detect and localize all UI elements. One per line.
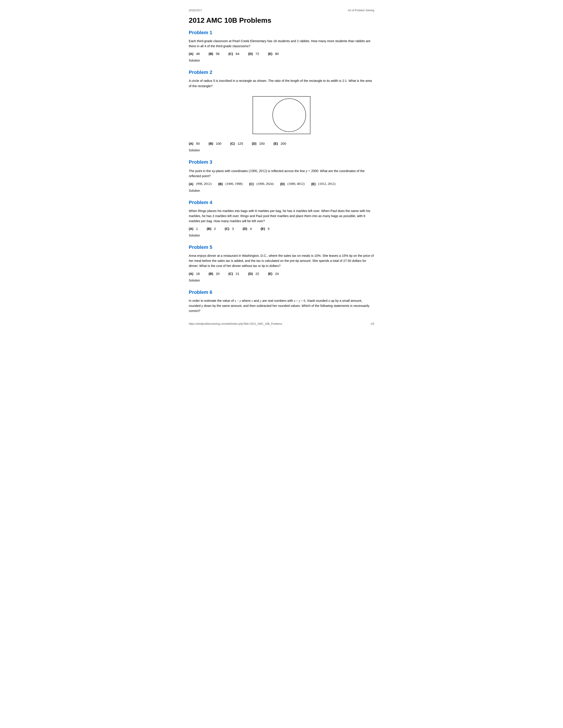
- choice-1c: (C) 64: [228, 52, 239, 56]
- choice-5a: (A) 18: [189, 272, 200, 276]
- choice-1b: (B) 56: [209, 52, 220, 56]
- page-header: 2018/10/17 Art of Problem Solving: [189, 9, 374, 12]
- problem-2-solution[interactable]: Solution: [189, 148, 200, 152]
- choice-2b: (B) 100: [209, 142, 221, 145]
- problem-2-heading: Problem 2: [189, 69, 374, 75]
- choice-1a: (A) 48: [189, 52, 200, 56]
- problem-5-solution[interactable]: Solution: [189, 279, 200, 282]
- choice-3e: (E) (1012, 2012): [311, 182, 336, 186]
- header-site: Art of Problem Solving: [348, 9, 374, 12]
- header-date: 2018/10/17: [189, 9, 202, 12]
- problem-3-solution[interactable]: Solution: [189, 189, 200, 192]
- problem-4-text: When Ringo places his marbles into bags …: [189, 208, 374, 224]
- choice-5d: (D) 22: [248, 272, 259, 276]
- problem-5-choices: (A) 18 (B) 20 (C) 21 (D) 22 (E) 24: [189, 272, 374, 276]
- choice-1e: (E) 80: [268, 52, 279, 56]
- problem-4-choices: (A) 1 (B) 2 (C) 3 (D) 4 (E) 5: [189, 227, 374, 231]
- page-footer: https://artofproblemsolving.com/wiki/ind…: [189, 322, 374, 325]
- problem-5-text: Anna enjoys dinner at a restaurant in Wa…: [189, 253, 374, 269]
- choice-4c: (C) 3: [225, 227, 234, 231]
- choice-1d: (D) 72: [248, 52, 259, 56]
- choice-3d: (D) (1000, 4012): [280, 182, 305, 186]
- svg-point-1: [273, 99, 306, 132]
- problem-4: Problem 4 When Ringo places his marbles …: [189, 200, 374, 238]
- choice-4b: (B) 2: [207, 227, 216, 231]
- choice-5e: (E) 24: [268, 272, 279, 276]
- problem-3-text: The point in the xy-plane with coordinat…: [189, 168, 374, 179]
- problem-3: Problem 3 The point in the xy-plane with…: [189, 159, 374, 193]
- choice-2c: (C) 125: [230, 142, 243, 145]
- problem-6: Problem 6 In order to estimate the value…: [189, 289, 374, 314]
- problem-2-choices: (A) 50 (B) 100 (C) 125 (D) 150 (E) 200: [189, 142, 374, 145]
- choice-3a: (A) (998, 2012): [189, 182, 211, 186]
- problem-4-heading: Problem 4: [189, 200, 374, 205]
- footer-page: 1/5: [371, 322, 374, 325]
- choice-4d: (D) 4: [242, 227, 252, 231]
- problem-4-solution[interactable]: Solution: [189, 234, 200, 237]
- problem-6-text: In order to estimate the value of x − y …: [189, 298, 374, 314]
- choice-3b: (B) (1000, 1988): [218, 182, 242, 186]
- problem-1-text: Each third-grade classroom at Pearl Cree…: [189, 39, 374, 49]
- problem-1-choices: (A) 48 (B) 56 (C) 64 (D) 72 (E) 80: [189, 52, 374, 56]
- problem-3-heading: Problem 3: [189, 159, 374, 165]
- choice-5b: (B) 20: [209, 272, 220, 276]
- problem-1-solution[interactable]: Solution: [189, 59, 200, 62]
- choice-2e: (E) 200: [273, 142, 286, 145]
- choice-5c: (C) 21: [228, 272, 239, 276]
- problem-1: Problem 1 Each third-grade classroom at …: [189, 30, 374, 62]
- problem-6-heading: Problem 6: [189, 289, 374, 295]
- problem-2-diagram: [189, 93, 374, 137]
- problem-5-heading: Problem 5: [189, 244, 374, 250]
- choice-3c: (C) (1000, 2024): [249, 182, 274, 186]
- choice-4e: (E) 5: [260, 227, 269, 231]
- footer-url: https://artofproblemsolving.com/wiki/ind…: [189, 322, 282, 325]
- page-title: 2012 AMC 10B Problems: [189, 16, 374, 24]
- problem-3-choices: (A) (998, 2012) (B) (1000, 1988) (C) (10…: [189, 182, 374, 186]
- problem-2: Problem 2 A circle of radius 5 is inscri…: [189, 69, 374, 152]
- problem-5: Problem 5 Anna enjoys dinner at a restau…: [189, 244, 374, 282]
- problem-1-heading: Problem 1: [189, 30, 374, 36]
- choice-2d: (D) 150: [252, 142, 265, 145]
- choice-2a: (A) 50: [189, 142, 200, 145]
- choice-4a: (A) 1: [189, 227, 198, 231]
- problem-2-text: A circle of radius 5 is inscribed in a r…: [189, 78, 374, 88]
